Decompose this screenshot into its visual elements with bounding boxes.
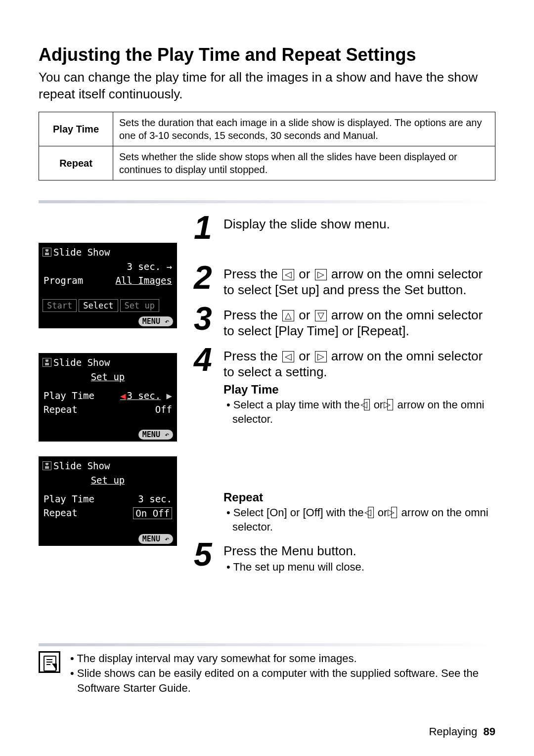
step-number-4: 4 bbox=[194, 345, 221, 374]
up-arrow-icon: △ bbox=[282, 310, 294, 321]
note-item: The display interval may vary somewhat f… bbox=[69, 651, 495, 666]
playtime-label: Play Time bbox=[39, 112, 113, 146]
lcd3-row2-value: On Off bbox=[133, 507, 172, 519]
step-number-2: 2 bbox=[194, 263, 221, 292]
lcd1-program-value: All Images bbox=[116, 275, 172, 286]
lcd2-title: Slide Show bbox=[53, 357, 110, 368]
step-5-text: Press the Menu button. The set up menu w… bbox=[223, 540, 495, 574]
step-4-repeat-heading: Repeat bbox=[223, 490, 495, 505]
step-4-playtime-heading: Play Time bbox=[223, 382, 495, 397]
step-1-text: Display the slide show menu. bbox=[223, 213, 495, 232]
playtime-desc: Sets the duration that each image in a s… bbox=[113, 112, 495, 146]
step-4-repeat-note: Select [On] or [Off] with the ◁ or ▷ arr… bbox=[223, 506, 495, 534]
lcd2-menu-pill: MENU bbox=[138, 430, 173, 440]
lcd2-row2-value: Off bbox=[155, 404, 172, 415]
right-arrow-icon: ▷ bbox=[315, 269, 327, 280]
right-arrow-icon: ▷ bbox=[387, 399, 393, 410]
step-number-5: 5 bbox=[194, 540, 221, 569]
slideshow-icon bbox=[43, 358, 51, 367]
section-divider bbox=[39, 200, 495, 203]
lcd3-title: Slide Show bbox=[53, 460, 110, 471]
lcd3-subtitle: Set up bbox=[91, 475, 125, 486]
lcd1-program-label: Program bbox=[44, 275, 83, 286]
left-arrow-icon: ◁ bbox=[364, 399, 370, 410]
lcd2-subtitle: Set up bbox=[91, 371, 125, 382]
lcd1-tab-start: Start bbox=[43, 299, 77, 312]
step-number-3: 3 bbox=[194, 304, 221, 333]
note-item: Slide shows can be easily edited on a co… bbox=[69, 666, 495, 695]
footer-page-number: 89 bbox=[484, 725, 495, 738]
slideshow-icon bbox=[43, 248, 51, 257]
lcd1-title: Slide Show bbox=[53, 247, 110, 258]
lcd2-row1-value: 3 sec. bbox=[120, 390, 161, 401]
step-2-text: Press the ◁ or ▷ arrow on the omni selec… bbox=[223, 263, 495, 298]
footer-section: Replaying bbox=[429, 725, 477, 738]
page-title: Adjusting the Play Time and Repeat Setti… bbox=[39, 44, 495, 65]
lcd-screen-1: Slide Show 3 sec. → ProgramAll Images St… bbox=[39, 243, 177, 328]
settings-table: Play Time Sets the duration that each im… bbox=[39, 112, 495, 180]
down-arrow-icon: ▽ bbox=[315, 310, 327, 321]
lcd1-time-hint: 3 sec. → bbox=[127, 261, 172, 272]
lcd1-menu-pill: MENU bbox=[138, 316, 173, 326]
note-list: The display interval may vary somewhat f… bbox=[69, 651, 495, 695]
lcd-screen-3: Slide Show Set up Play Time3 sec. Repeat… bbox=[39, 456, 177, 546]
lcd2-row1-label: Play Time bbox=[44, 390, 94, 401]
left-arrow-icon: ◁ bbox=[282, 269, 294, 280]
note-icon bbox=[39, 651, 60, 673]
left-arrow-icon: ◁ bbox=[282, 351, 294, 362]
lcd1-tab-setup: Set up bbox=[120, 299, 159, 312]
repeat-label: Repeat bbox=[39, 146, 113, 180]
repeat-desc: Sets whether the slide show stops when a… bbox=[113, 146, 495, 180]
lcd3-row2-label: Repeat bbox=[44, 507, 78, 519]
note-divider bbox=[39, 643, 495, 646]
right-arrow-icon: ▷ bbox=[391, 507, 397, 518]
intro-text: You can change the play time for all the… bbox=[39, 69, 495, 103]
step-5-note: The set up menu will close. bbox=[223, 560, 495, 575]
step-4-playtime-note: Select a play time with the ◁ or ▷ arrow… bbox=[223, 398, 495, 426]
left-arrow-icon: ◁ bbox=[368, 507, 374, 518]
lcd3-row1-label: Play Time bbox=[44, 493, 94, 504]
step-3-text: Press the △ or ▽ arrow on the omni selec… bbox=[223, 304, 495, 339]
lcd1-tab-select: Select bbox=[79, 299, 118, 312]
lcd-screen-2: Slide Show Set up Play Time3 sec. Repeat… bbox=[39, 353, 177, 442]
step-number-1: 1 bbox=[194, 213, 221, 242]
right-arrow-icon: ▷ bbox=[315, 351, 327, 362]
lcd3-row1-value: 3 sec. bbox=[138, 493, 172, 504]
slideshow-icon bbox=[43, 461, 51, 470]
lcd3-menu-pill: MENU bbox=[138, 534, 173, 544]
lcd2-row2-label: Repeat bbox=[44, 404, 78, 415]
page-footer: Replaying 89 bbox=[429, 725, 495, 738]
step-4-text: Press the ◁ or ▷ arrow on the omni selec… bbox=[223, 345, 495, 534]
